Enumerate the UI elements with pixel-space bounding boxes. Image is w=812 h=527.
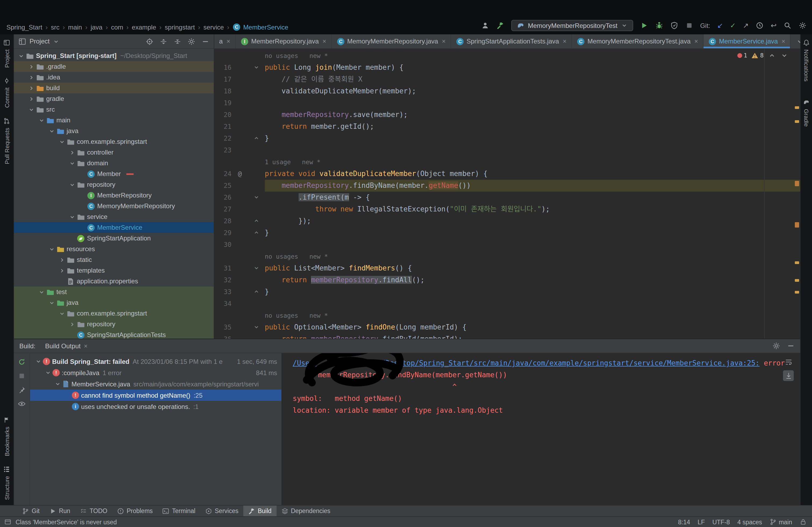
close-tab-icon[interactable]: × — [226, 37, 230, 45]
fold-down-icon[interactable] — [253, 265, 260, 272]
tree-chevron-open-icon[interactable] — [68, 213, 76, 220]
project-tree-item[interactable]: SpringStartApplication — [14, 233, 214, 244]
project-tree-item[interactable]: IMemberRepository — [14, 190, 214, 201]
run-config-selector[interactable]: MemoryMemberRepositoryTest — [511, 20, 633, 31]
editor-tab[interactable]: CSpringStartApplicationTests.java× — [451, 34, 572, 48]
project-tree-item[interactable]: resources — [14, 244, 214, 254]
warning-count-badge[interactable]: 8 — [752, 52, 764, 59]
project-tree-item[interactable]: build — [14, 82, 214, 93]
tool-stripe-commit[interactable]: Commit — [3, 73, 10, 113]
tree-chevron-closed-icon[interactable] — [58, 256, 66, 263]
toolwindow-button-problems[interactable]: Problems — [112, 506, 158, 516]
project-tree-item[interactable]: static — [14, 254, 214, 265]
rerun-build-icon[interactable] — [18, 358, 26, 366]
fold-down-icon[interactable] — [253, 194, 260, 201]
project-tree-item[interactable]: CSpringStartApplicationTests — [14, 330, 214, 338]
project-tree-item[interactable]: com.example.springstart — [14, 136, 214, 147]
hide-panel-minus-icon[interactable] — [201, 37, 209, 45]
tool-stripe-bookmarks[interactable]: Bookmarks — [3, 412, 10, 461]
close-icon[interactable]: × — [84, 342, 88, 350]
breadcrumb-item[interactable]: Spring_Start — [6, 23, 42, 31]
debug-bug-icon[interactable] — [655, 21, 663, 30]
build-tree-item[interactable]: MemberService.javasrc/main/java/com/exam… — [30, 378, 281, 390]
project-tree-item[interactable]: controller — [14, 147, 214, 158]
tree-chevron-open-icon[interactable] — [68, 181, 76, 188]
toolwindow-button-todo[interactable]: TODO — [75, 506, 112, 516]
tree-chevron-open-icon[interactable] — [34, 358, 42, 365]
build-tree-item[interactable]: !:compileJava1 error841 ms — [30, 367, 281, 378]
user-icon[interactable] — [481, 21, 489, 30]
tree-chevron-closed-icon[interactable] — [27, 85, 35, 91]
toolwindow-button-build[interactable]: Build — [243, 506, 276, 516]
fold-up-icon[interactable] — [253, 229, 260, 236]
tree-chevron-open-icon[interactable] — [44, 369, 52, 376]
close-tab-icon[interactable]: × — [322, 37, 326, 45]
build-settings-gear-icon[interactable] — [772, 342, 780, 350]
push-icon[interactable]: ↗ — [743, 22, 749, 29]
expand-all-icon[interactable] — [160, 37, 168, 45]
code-vision-hint[interactable]: no usages new * — [265, 253, 328, 260]
lock-icon[interactable] — [800, 518, 807, 525]
project-tree-item[interactable]: repository — [14, 179, 214, 190]
error-stripe[interactable] — [793, 49, 800, 338]
tree-chevron-closed-icon[interactable] — [68, 149, 76, 156]
tree-chevron-open-icon[interactable] — [27, 106, 35, 113]
project-tree-item[interactable]: test — [14, 287, 214, 297]
breadcrumb-item[interactable]: springstart — [165, 23, 195, 31]
stop-icon[interactable] — [685, 21, 693, 30]
commit-check-icon[interactable]: ✓ — [730, 22, 736, 29]
project-tree-item[interactable]: CMember — [14, 168, 214, 179]
tree-chevron-closed-icon[interactable] — [58, 267, 66, 274]
fold-up-icon[interactable] — [253, 217, 260, 224]
build-tree-item[interactable]: iuses unchecked or unsafe operations.:1 — [30, 401, 281, 412]
editor-tab[interactable]: IMemberRepository.java× — [235, 34, 332, 48]
search-icon[interactable] — [784, 21, 792, 30]
tree-chevron-closed-icon[interactable] — [27, 74, 35, 81]
editor-tab[interactable]: CMemoryMemberRepositoryTest.java× — [572, 34, 704, 48]
code-vision-hint[interactable]: no usages new * — [265, 312, 328, 319]
project-tree-item[interactable]: CMemberService — [14, 222, 214, 233]
tool-stripe-gradle[interactable]: Gradle — [803, 94, 810, 132]
pin-tab-icon[interactable] — [18, 386, 26, 394]
inspection-widget[interactable]: 1 8 — [737, 51, 789, 60]
toolwindow-button-services[interactable]: Services — [200, 506, 243, 516]
project-tree-item[interactable]: com.example.springstart — [14, 308, 214, 319]
project-tree-item[interactable]: .gradle — [14, 61, 214, 72]
rollback-icon[interactable]: ↩ — [771, 22, 777, 29]
tree-chevron-open-icon[interactable] — [54, 380, 62, 388]
fold-up-icon[interactable] — [253, 288, 260, 295]
coverage-icon[interactable] — [670, 21, 678, 30]
project-tree-item[interactable]: java — [14, 297, 214, 308]
tree-chevron-open-icon[interactable] — [68, 160, 76, 167]
tree-chevron-open-icon[interactable] — [48, 245, 56, 253]
toolwindow-button-git[interactable]: Git — [17, 506, 44, 516]
breadcrumb-item[interactable]: java — [90, 23, 102, 31]
code-vision-hint[interactable]: no usages new * — [265, 52, 328, 60]
scroll-to-end-icon[interactable] — [783, 370, 794, 381]
line-separator[interactable]: LF — [698, 519, 705, 525]
close-tab-icon[interactable]: × — [563, 37, 567, 45]
tree-chevron-open-icon[interactable] — [17, 52, 25, 59]
tree-chevron-open-icon[interactable] — [38, 117, 46, 124]
prev-problem-chevron-icon[interactable] — [768, 51, 776, 60]
soft-wrap-icon[interactable] — [783, 356, 794, 367]
build-hammer-icon[interactable] — [496, 21, 504, 30]
locate-file-target-icon[interactable] — [146, 37, 154, 45]
tree-chevron-open-icon[interactable] — [48, 127, 56, 134]
tool-stripe-project[interactable]: Project — [3, 34, 10, 73]
project-tree-item[interactable]: application.properties — [14, 276, 214, 287]
toolwindow-button-terminal[interactable]: Terminal — [158, 506, 200, 516]
error-count-badge[interactable]: 1 — [737, 52, 747, 59]
git-branch-widget[interactable]: main — [770, 518, 792, 525]
inspect-eye-icon[interactable] — [18, 400, 26, 408]
build-tree-item[interactable]: !cannot find symbol method getName():25 — [30, 390, 281, 401]
settings-gear-icon[interactable] — [799, 21, 807, 30]
tree-chevron-open-icon[interactable] — [58, 310, 66, 317]
code-editor[interactable]: no usages new *16public Long join(Member… — [214, 49, 800, 338]
breadcrumb-file[interactable]: CMemberService — [233, 23, 288, 31]
chevron-down-icon[interactable] — [53, 38, 60, 45]
project-tree-item[interactable]: gradle — [14, 93, 214, 104]
breadcrumb-item[interactable]: com — [111, 23, 123, 31]
file-link[interactable]: /Users — [293, 359, 318, 367]
fold-down-icon[interactable] — [253, 323, 260, 331]
